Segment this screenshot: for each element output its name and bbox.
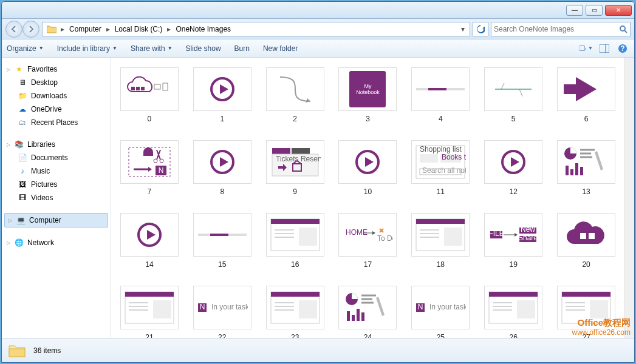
svg-rect-13 [428, 88, 446, 90]
sidebar-item-recent[interactable]: 🗂Recent Places [4, 116, 108, 129]
burn-label: Burn [234, 44, 250, 53]
svg-text:FILE: FILE [489, 229, 504, 238]
search-box[interactable] [491, 22, 631, 36]
file-thumb[interactable]: 18 [407, 213, 474, 269]
breadcrumb-dropdown[interactable]: ▾ [457, 25, 468, 33]
share-menu[interactable]: Share with▼ [131, 44, 173, 53]
crumb-localdisk[interactable]: Local Disk (C:) [111, 22, 166, 36]
file-thumb[interactable]: 16 [262, 213, 329, 269]
search-input[interactable] [494, 25, 619, 33]
file-thumb[interactable]: NIn your taskbar25 [407, 286, 474, 338]
minimize-button[interactable]: — [566, 5, 583, 16]
thumb-label: 0 [148, 115, 152, 123]
file-thumb[interactable]: 20 [553, 213, 620, 269]
thumb-label: 4 [439, 115, 443, 123]
favorites-head[interactable]: ▷ ★ Favorites [4, 62, 108, 76]
file-thumb[interactable]: N7 [116, 140, 183, 196]
svg-line-15 [501, 83, 504, 89]
sidebar-item-label: Music [31, 167, 50, 175]
file-thumb[interactable]: 14 [116, 213, 183, 269]
preview-pane-button[interactable] [598, 42, 611, 55]
file-thumb[interactable]: 27 [553, 286, 620, 338]
thumb-label: 23 [291, 333, 299, 338]
file-thumb[interactable]: 13 [553, 140, 620, 196]
thumb-preview [193, 140, 251, 184]
file-thumb[interactable]: 15 [189, 213, 256, 269]
sidebar-item-music[interactable]: ♪Music [4, 164, 108, 178]
newfolder-button[interactable]: New folder [263, 44, 298, 53]
file-grid[interactable]: 012MyNotebook3456N78Tickets Reservation9… [111, 58, 624, 338]
address-bar: ▸ Computer ▸ Local Disk (C:) ▸ OneNote I… [2, 19, 634, 39]
sidebar-item-label: Videos [31, 194, 53, 202]
svg-rect-39 [570, 169, 573, 175]
sidebar-item-pictures[interactable]: 🖼Pictures [4, 178, 108, 191]
close-button[interactable]: ✕ [605, 5, 632, 16]
thumb-label: 27 [582, 333, 590, 338]
help-button[interactable]: ? [616, 42, 629, 55]
file-thumb[interactable]: FILENewShare19 [480, 213, 547, 269]
svg-rect-105 [590, 300, 608, 318]
file-thumb[interactable]: 21 [116, 286, 183, 338]
breadcrumb[interactable]: ▸ Computer ▸ Local Disk (C:) ▸ OneNote I… [42, 22, 470, 36]
file-thumb[interactable]: 0 [116, 67, 183, 123]
crumb-folder[interactable]: OneNote Images [172, 22, 234, 36]
music-icon: ♪ [18, 166, 27, 176]
favorites-label: Favorites [27, 65, 57, 73]
file-thumb[interactable]: HOMETo Do Tag17 [335, 213, 402, 269]
file-thumb[interactable]: 4 [407, 67, 474, 123]
file-thumb[interactable]: 1 [189, 67, 256, 123]
sidebar-item-onedrive[interactable]: ☁OneDrive [4, 103, 108, 116]
expand-icon: ▷ [9, 218, 12, 223]
file-thumb[interactable]: 12 [480, 140, 547, 196]
file-thumb[interactable]: 5 [480, 67, 547, 123]
include-label: Include in library [57, 44, 110, 53]
view-options-button[interactable]: ▼ [580, 42, 593, 55]
sidebar-item-desktop[interactable]: 🖥Desktop [4, 76, 108, 89]
file-thumb[interactable]: Tickets Reservation9 [262, 140, 329, 196]
sidebar-item-downloads[interactable]: 📁Downloads [4, 89, 108, 103]
file-thumb[interactable]: NIn your taskbar22 [189, 286, 256, 338]
burn-button[interactable]: Burn [234, 44, 250, 53]
thumb-label: 12 [510, 187, 518, 196]
svg-rect-88 [352, 315, 355, 321]
file-thumb[interactable]: 24 [335, 286, 402, 338]
preview-pane-icon [600, 44, 609, 53]
sidebar-item-network[interactable]: ▷ 🌐 Network [4, 236, 108, 249]
slideshow-button[interactable]: Slide show [186, 44, 221, 53]
include-menu[interactable]: Include in library▼ [57, 44, 117, 53]
file-thumb[interactable]: 23 [262, 286, 329, 338]
crumb-computer[interactable]: Computer [66, 22, 105, 36]
file-thumb[interactable]: 2 [262, 67, 329, 123]
svg-text:To Do Tag: To Do Tag [377, 234, 393, 243]
svg-point-18 [154, 159, 157, 163]
file-thumb[interactable]: 6 [553, 67, 620, 123]
sidebar-item-videos[interactable]: 🎞Videos [4, 191, 108, 204]
svg-rect-43 [210, 234, 228, 236]
file-thumb[interactable]: 8 [189, 140, 256, 196]
forward-button[interactable] [22, 21, 39, 38]
sidebar-item-computer[interactable]: ▷ 💻 Computer [4, 213, 108, 228]
thumb-preview [338, 286, 397, 329]
svg-text:In your taskbar: In your taskbar [211, 303, 248, 311]
refresh-button[interactable] [473, 22, 488, 36]
desktop-icon: 🖥 [18, 78, 27, 87]
thumb-label: 5 [511, 115, 516, 123]
libraries-label: Libraries [27, 140, 55, 149]
file-thumb[interactable]: MyNotebook3 [335, 67, 402, 123]
file-thumb[interactable]: 10 [335, 140, 402, 196]
svg-text:N: N [418, 303, 423, 311]
sidebar-item-documents[interactable]: 📄Documents [4, 151, 108, 164]
organize-menu[interactable]: Organize▼ [7, 44, 44, 53]
thumb-preview [411, 213, 470, 257]
libraries-head[interactable]: ▷ 📚 Libraries [4, 138, 108, 151]
file-thumb[interactable]: 26 [480, 286, 547, 338]
documents-icon: 📄 [18, 153, 27, 163]
arrow-right-icon [27, 25, 35, 33]
sidebar-item-label: Pictures [31, 180, 57, 189]
maximize-button[interactable]: ▭ [586, 5, 603, 16]
svg-rect-90 [361, 312, 364, 321]
back-button[interactable] [5, 21, 22, 38]
file-thumb[interactable]: Shopping listBooks to readSearch all not… [407, 140, 474, 196]
scrollbar[interactable] [624, 58, 634, 338]
svg-rect-45 [271, 219, 320, 224]
